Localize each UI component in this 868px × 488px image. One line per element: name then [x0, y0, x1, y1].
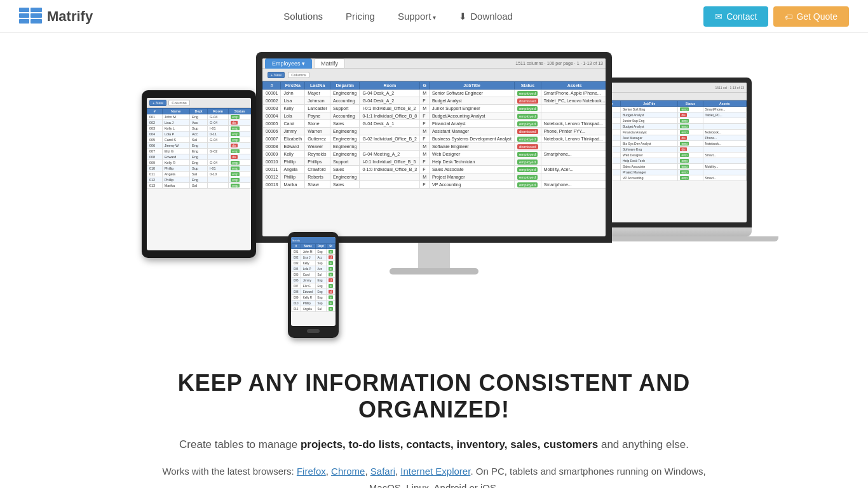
- nav-solutions[interactable]: Solutions: [273, 6, 333, 27]
- get-quote-button[interactable]: Get Quote: [773, 6, 849, 27]
- nav-buttons: Contact Get Quote: [703, 6, 849, 27]
- browser-link-chrome[interactable]: Chrome: [331, 466, 365, 477]
- svg-rect-0: [19, 8, 29, 12]
- tag-icon: [785, 11, 792, 22]
- svg-rect-3: [31, 13, 42, 18]
- phone-screen: Matrify #NameDeptSt 001John MEnge 002Lis…: [291, 237, 336, 326]
- hero-text-block: KEEP ANY INFORMATION CONSISTENT AND ORGA…: [148, 351, 720, 488]
- devices-illustration: + New Columns #NameDeptRoomStatus 001Joh…: [104, 52, 764, 351]
- download-icon: [459, 11, 467, 22]
- tablet-screen: + New Columns #NameDeptRoomStatus 001Joh…: [147, 98, 251, 250]
- logo-icon: [19, 8, 42, 25]
- browser-link-ie[interactable]: Internet Explorer: [400, 466, 470, 477]
- nav-download[interactable]: Download: [449, 6, 523, 27]
- envelope-icon: [715, 11, 722, 22]
- tablet-device: + New Columns #NameDeptRoomStatus 001Joh…: [142, 90, 256, 258]
- monitor-tab-matrify[interactable]: Matrify: [314, 58, 345, 69]
- logo-text: Matrify: [47, 8, 93, 25]
- svg-rect-5: [31, 19, 42, 24]
- hero-subtitle: Create tables to manage projects, to-do …: [161, 436, 707, 453]
- hero-section: + New Columns #NameDeptRoomStatus 001Joh…: [0, 33, 868, 488]
- navbar: Matrify Solutions Pricing Support Downlo…: [0, 0, 868, 33]
- monitor-screen: Employees ▾ Matrify 1511 columns · 100 p…: [262, 58, 606, 236]
- tablet-columns-btn[interactable]: Columns: [168, 100, 190, 106]
- svg-rect-1: [31, 8, 42, 12]
- nav-pricing[interactable]: Pricing: [336, 6, 385, 27]
- monitor-tab-active[interactable]: Employees ▾: [265, 58, 312, 69]
- contact-button[interactable]: Contact: [703, 6, 768, 27]
- monitor-columns-btn[interactable]: Columns: [288, 72, 309, 78]
- phone-home-button: [307, 329, 320, 333]
- svg-rect-2: [19, 13, 29, 18]
- phone-device: Matrify #NameDeptSt 001John MEnge 002Lis…: [288, 232, 339, 338]
- page-title: KEEP ANY INFORMATION CONSISTENT AND ORGA…: [161, 370, 707, 423]
- tablet-new-btn[interactable]: + New: [149, 100, 166, 106]
- monitor-new-btn[interactable]: + New: [268, 72, 285, 78]
- nav-links: Solutions Pricing Support Download: [273, 6, 523, 27]
- hero-browsers: Works with the latest browsers: Firefox,…: [161, 463, 707, 488]
- svg-rect-4: [19, 19, 29, 24]
- logo[interactable]: Matrify: [19, 8, 93, 25]
- nav-support[interactable]: Support: [388, 6, 446, 27]
- browser-link-safari[interactable]: Safari: [370, 466, 395, 477]
- browser-link-firefox[interactable]: Firefox: [297, 466, 326, 477]
